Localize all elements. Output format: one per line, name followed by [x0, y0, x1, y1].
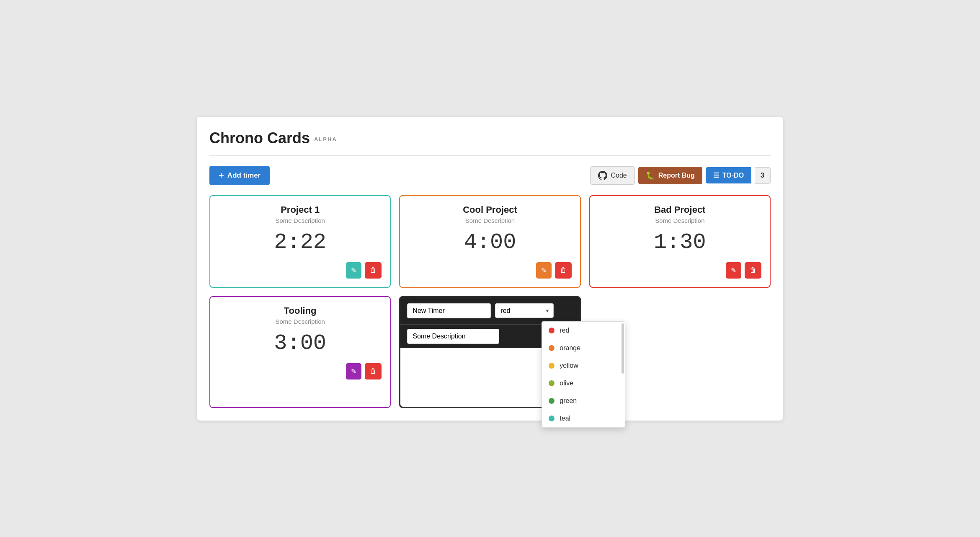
dropdown-item-green[interactable]: green [542, 392, 625, 410]
dot-olive [549, 380, 554, 386]
color-select-wrapper: red orange yellow olive green teal [495, 303, 554, 318]
dot-teal [549, 416, 554, 421]
card-title-coolproject: Cool Project [408, 204, 571, 215]
edit-card-wrapper: red orange yellow olive green teal [399, 296, 580, 408]
todo-button[interactable]: ☰ TO-DO [706, 167, 751, 183]
dropdown-item-yellow[interactable]: yellow [542, 357, 625, 374]
add-timer-button[interactable]: + Add timer [209, 166, 270, 185]
add-timer-label: Add timer [227, 171, 260, 180]
edit-button-tooling[interactable]: ✎ [346, 363, 361, 380]
todo-label: TO-DO [722, 172, 744, 179]
card-desc-tooling: Some Description [219, 318, 382, 325]
todo-count-badge[interactable]: 3 [755, 167, 771, 184]
dropdown-item-teal[interactable]: teal [542, 410, 625, 427]
edit-button-project1[interactable]: ✎ [346, 262, 361, 279]
app-title: Chrono Cards [209, 129, 310, 147]
card-actions-project1: ✎ 🗑 [219, 262, 382, 279]
dropdown-label-red: red [560, 327, 569, 334]
timer-desc-input[interactable] [407, 329, 499, 344]
card-timer-project1: 2:22 [219, 230, 382, 255]
delete-button-project1[interactable]: 🗑 [365, 262, 382, 279]
dropdown-label-green: green [560, 397, 577, 405]
delete-button-badproject[interactable]: 🗑 [745, 262, 761, 279]
card-timer-badproject: 1:30 [598, 230, 761, 255]
dropdown-scrollbar[interactable] [622, 323, 624, 374]
dot-green [549, 398, 554, 404]
code-label: Code [611, 172, 627, 179]
card-project1: Project 1 Some Description 2:22 ✎ 🗑 [209, 195, 391, 288]
card-actions-tooling: ✎ 🗑 [219, 363, 382, 380]
card-coolproject: Cool Project Some Description 4:00 ✎ 🗑 [399, 195, 580, 288]
delete-button-tooling[interactable]: 🗑 [365, 363, 382, 380]
card-tooling: Tooling Some Description 3:00 ✎ 🗑 [209, 296, 391, 408]
report-bug-button[interactable]: 🐛 Report Bug [638, 167, 702, 184]
toolbar: + Add timer Code 🐛 Report Bug ☰ TO-DO 3 [209, 166, 771, 185]
bug-icon: 🐛 [646, 171, 655, 180]
dropdown-label-orange: orange [560, 344, 580, 352]
timer-name-input[interactable] [407, 303, 491, 318]
card-title-tooling: Tooling [219, 305, 382, 316]
edit-card-header: red orange yellow olive green teal [400, 297, 579, 324]
card-title-project1: Project 1 [219, 204, 382, 215]
dropdown-label-olive: olive [560, 380, 573, 387]
color-dropdown: red orange yellow olive green [542, 321, 625, 428]
dot-yellow [549, 363, 554, 369]
code-button[interactable]: Code [590, 166, 634, 185]
github-icon [598, 171, 607, 180]
dropdown-label-teal: teal [560, 415, 570, 422]
app-alpha-label: ALPHA [314, 136, 337, 142]
color-select[interactable]: red orange yellow olive green teal [495, 303, 554, 318]
dropdown-item-red[interactable]: red [542, 322, 625, 339]
dropdown-item-orange[interactable]: orange [542, 339, 625, 357]
card-title-badproject: Bad Project [598, 204, 761, 215]
card-timer-tooling: 3:00 [219, 331, 382, 356]
cards-grid: Project 1 Some Description 2:22 ✎ 🗑 Cool… [209, 195, 771, 408]
list-icon: ☰ [713, 171, 719, 179]
app-header: Chrono Cards ALPHA [209, 129, 771, 156]
card-actions-coolproject: ✎ 🗑 [408, 262, 571, 279]
card-actions-badproject: ✎ 🗑 [598, 262, 761, 279]
toolbar-right: Code 🐛 Report Bug ☰ TO-DO 3 [590, 166, 771, 185]
edit-button-badproject[interactable]: ✎ [726, 262, 741, 279]
delete-button-coolproject[interactable]: 🗑 [555, 262, 572, 279]
card-desc-badproject: Some Description [598, 217, 761, 224]
plus-icon: + [219, 170, 224, 181]
dropdown-item-olive[interactable]: olive [542, 374, 625, 392]
card-desc-coolproject: Some Description [408, 217, 571, 224]
app-container: Chrono Cards ALPHA + Add timer Code 🐛 Re… [197, 117, 783, 421]
edit-button-coolproject[interactable]: ✎ [536, 262, 552, 279]
report-bug-label: Report Bug [658, 172, 695, 179]
dot-orange [549, 345, 554, 351]
dot-red [549, 328, 554, 333]
dropdown-label-yellow: yellow [560, 362, 578, 369]
card-badproject: Bad Project Some Description 1:30 ✎ 🗑 [589, 195, 771, 288]
card-timer-coolproject: 4:00 [408, 230, 571, 255]
card-desc-project1: Some Description [219, 217, 382, 224]
